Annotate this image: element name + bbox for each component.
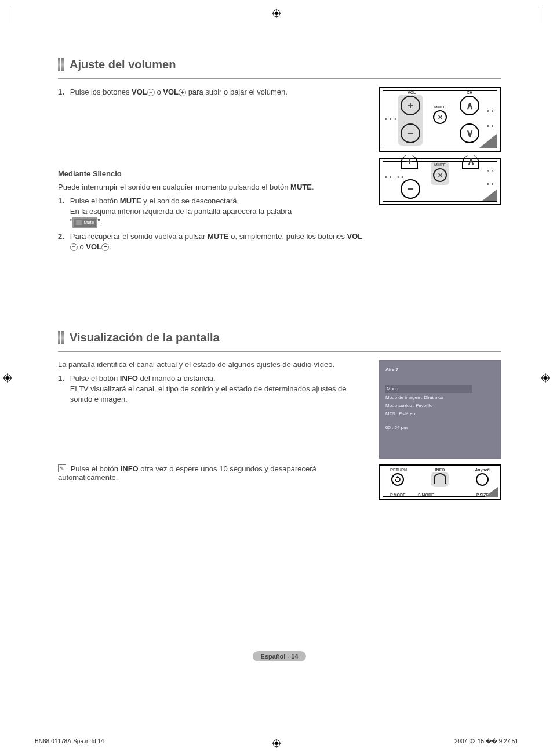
return-button xyxy=(391,473,404,486)
list-item: 1. Pulse el botón INFO del mando a dista… xyxy=(58,373,368,405)
svg-marker-14 xyxy=(396,476,398,478)
osd-channel: Aire 7 xyxy=(385,366,494,373)
osd-time: 05 : 54 pm xyxy=(385,424,494,431)
pencil-icon xyxy=(474,130,497,148)
remote-diagram-info: RETURN INFO Anynet+ P.MODE S.MODE P.SIZE xyxy=(379,464,501,500)
osd-row: Modo de imagen : Dinámico xyxy=(385,394,494,401)
remote-diagram-mute: + − ∧ MUTE ✕ ∘∘ ∘∘ ∘∘ ∘∘ xyxy=(379,158,501,205)
note-text: ✎ Pulse el botón INFO otra vez o espere … xyxy=(58,464,368,482)
minus-icon: − xyxy=(147,89,155,96)
section-title: Ajuste del volumen xyxy=(58,58,501,71)
page-number-badge: Español - 14 xyxy=(253,651,307,662)
osd-row: MTS : Estéreo xyxy=(385,410,494,417)
sub-heading: Mediante Silencio xyxy=(58,169,368,178)
mute-osd-badge: Mute xyxy=(72,217,97,227)
svg-marker-15 xyxy=(484,487,498,497)
svg-point-19 xyxy=(275,742,278,745)
plus-icon: + xyxy=(101,243,109,251)
list-item: 1. Pulse los botones VOL− o VOL+ para su… xyxy=(58,87,368,97)
remote-diagram-vol: VOL CH + − ∧ ∨ MUTE ✕ ∘∘∘ ∘∘ ∘∘ xyxy=(379,87,501,152)
footer-file: BN68-01178A-Spa.indd 14 xyxy=(35,738,104,744)
pencil-icon xyxy=(478,485,498,497)
vol-up-button: + xyxy=(401,155,418,169)
ch-up-button: ∧ xyxy=(460,96,479,115)
anynet-button xyxy=(476,473,489,486)
section-title: Visualización de la pantalla xyxy=(58,331,501,344)
section-heading: Visualización de la pantalla xyxy=(70,331,220,344)
intro-text: La pantalla identifica el canal actual y… xyxy=(58,360,368,369)
list-item: 1. Pulse el botón MUTE y el sonido se de… xyxy=(58,196,368,228)
rule xyxy=(58,78,501,79)
svg-marker-12 xyxy=(479,134,497,148)
minus-icon: − xyxy=(70,243,78,251)
osd-row: Modo sonido : Favorito xyxy=(385,402,494,409)
ch-up-button: ∧ xyxy=(462,155,479,169)
note-icon: ✎ xyxy=(58,464,66,472)
rule xyxy=(58,351,501,352)
list-item: 2. Para recuperar el sonido vuelva a pul… xyxy=(58,231,368,252)
osd-info-box: Aire 7 Mono Modo de imagen : Dinámico Mo… xyxy=(379,360,501,459)
section-heading: Ajuste del volumen xyxy=(70,58,176,71)
osd-audio-mode: Mono xyxy=(385,385,472,393)
footer-date: 2007-02-15 �� 9:27:51 xyxy=(454,738,518,744)
plus-icon: + xyxy=(179,89,186,96)
registration-mark-icon xyxy=(272,739,281,748)
svg-marker-13 xyxy=(482,190,497,201)
mute-button: ✕ xyxy=(433,110,447,124)
vol-down-button: − xyxy=(401,179,420,199)
pencil-icon xyxy=(474,186,497,201)
